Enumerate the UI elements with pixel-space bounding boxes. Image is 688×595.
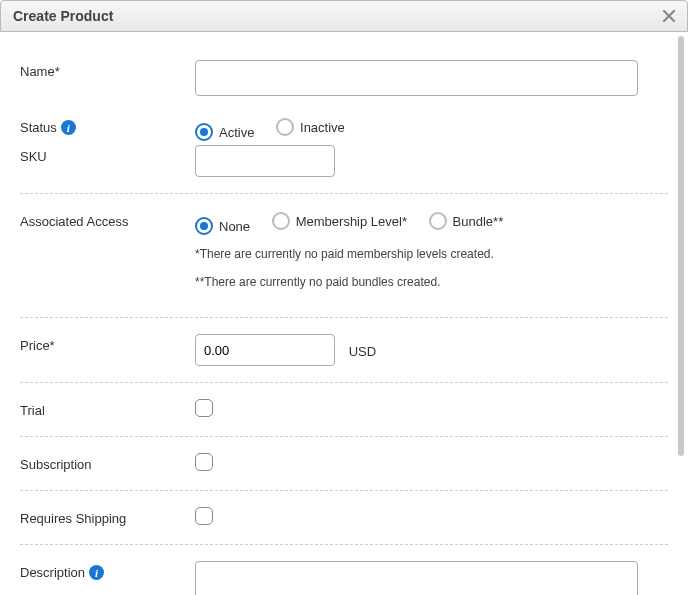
label-description-text: Description — [20, 565, 85, 580]
radio-circle-icon — [276, 118, 294, 136]
divider — [20, 490, 668, 491]
dialog-body: Name* Status i Active Inactive SKU Asso — [0, 32, 688, 595]
row-description: Description i — [20, 553, 668, 595]
label-sku: SKU — [20, 145, 195, 164]
divider — [20, 544, 668, 545]
label-name: Name* — [20, 60, 195, 79]
currency-label: USD — [349, 344, 376, 359]
note-membership: *There are currently no paid membership … — [195, 247, 638, 261]
trial-checkbox-wrap — [195, 399, 213, 417]
label-associated-access: Associated Access — [20, 210, 195, 229]
access-membership-label: Membership Level* — [296, 214, 407, 229]
requires-shipping-checkbox-wrap — [195, 507, 213, 525]
control-price: USD — [195, 334, 668, 366]
description-textarea[interactable] — [195, 561, 638, 595]
requires-shipping-checkbox[interactable] — [195, 507, 213, 525]
row-sku: SKU — [20, 143, 668, 185]
label-status-text: Status — [20, 120, 57, 135]
subscription-checkbox[interactable] — [195, 453, 213, 471]
name-input[interactable] — [195, 60, 638, 96]
status-active-label: Active — [219, 125, 254, 140]
control-description — [195, 561, 668, 595]
row-name: Name* — [20, 52, 668, 104]
control-trial — [195, 399, 668, 420]
radio-circle-icon — [272, 212, 290, 230]
row-price: Price* USD — [20, 326, 668, 374]
access-radio-group: None Membership Level* Bundle** *There a… — [195, 210, 668, 301]
control-requires-shipping — [195, 507, 668, 528]
subscription-checkbox-wrap — [195, 453, 213, 471]
status-inactive-label: Inactive — [300, 120, 345, 135]
divider — [20, 193, 668, 194]
label-requires-shipping: Requires Shipping — [20, 507, 195, 526]
scrollbar[interactable] — [678, 36, 684, 456]
dialog-header: Create Product — [0, 0, 688, 32]
radio-circle-icon — [195, 123, 213, 141]
control-sku — [195, 145, 668, 177]
trial-checkbox[interactable] — [195, 399, 213, 417]
control-name — [195, 60, 668, 96]
label-description: Description i — [20, 561, 195, 580]
access-bundle-radio[interactable]: Bundle** — [429, 212, 504, 230]
label-status: Status i — [20, 116, 195, 135]
radio-circle-icon — [195, 217, 213, 235]
divider — [20, 382, 668, 383]
row-status: Status i Active Inactive — [20, 104, 668, 143]
status-inactive-radio[interactable]: Inactive — [276, 118, 345, 136]
info-icon[interactable]: i — [89, 565, 104, 580]
price-input[interactable] — [195, 334, 335, 366]
access-none-radio[interactable]: None — [195, 217, 250, 235]
dialog-title: Create Product — [13, 8, 113, 24]
divider — [20, 436, 668, 437]
access-membership-radio[interactable]: Membership Level* — [272, 212, 407, 230]
label-price: Price* — [20, 334, 195, 353]
row-trial: Trial — [20, 391, 668, 428]
control-subscription — [195, 453, 668, 474]
note-bundle: **There are currently no paid bundles cr… — [195, 275, 638, 289]
divider — [20, 317, 668, 318]
info-icon[interactable]: i — [61, 120, 76, 135]
close-icon[interactable] — [659, 6, 679, 26]
access-none-label: None — [219, 219, 250, 234]
status-active-radio[interactable]: Active — [195, 123, 254, 141]
label-subscription: Subscription — [20, 453, 195, 472]
label-trial: Trial — [20, 399, 195, 418]
row-associated-access: Associated Access None Membership Level*… — [20, 202, 668, 309]
status-radio-group: Active Inactive — [195, 116, 668, 141]
access-bundle-label: Bundle** — [453, 214, 504, 229]
sku-input[interactable] — [195, 145, 335, 177]
row-requires-shipping: Requires Shipping — [20, 499, 668, 536]
row-subscription: Subscription — [20, 445, 668, 482]
radio-circle-icon — [429, 212, 447, 230]
